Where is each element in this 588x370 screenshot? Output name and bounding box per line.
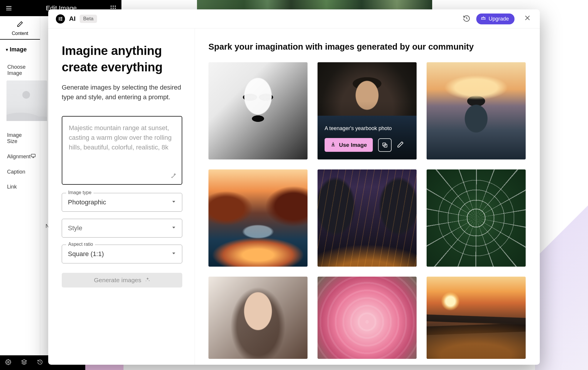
image-type-select[interactable]: Image type Photographic bbox=[62, 193, 182, 212]
gallery-tile[interactable] bbox=[318, 277, 417, 359]
image-type-label: Image type bbox=[66, 190, 93, 195]
gallery-tile[interactable] bbox=[427, 169, 526, 267]
gallery: Spark your imagination with images gener… bbox=[195, 28, 540, 365]
svg-point-2 bbox=[115, 6, 116, 7]
tile-image bbox=[427, 169, 526, 267]
image-placeholder[interactable] bbox=[6, 80, 47, 121]
svg-point-3 bbox=[111, 8, 112, 9]
edit-button[interactable] bbox=[397, 141, 404, 149]
modal-header: AI Beta Upgrade bbox=[48, 9, 540, 28]
gallery-grid: A teenager's yearbook photo Use Image bbox=[208, 62, 526, 359]
ai-label: AI bbox=[69, 15, 76, 23]
style-select[interactable]: Style bbox=[62, 219, 182, 238]
alignment-label: Alignment bbox=[7, 154, 31, 160]
use-image-button[interactable]: Use Image bbox=[325, 138, 373, 152]
chevron-down-icon bbox=[171, 225, 176, 231]
pencil-icon bbox=[17, 21, 23, 29]
aspect-label: Aspect ratio bbox=[66, 242, 95, 247]
svg-rect-9 bbox=[31, 154, 35, 157]
svg-point-4 bbox=[113, 8, 114, 9]
settings-icon[interactable] bbox=[5, 359, 11, 366]
history-footer-icon[interactable] bbox=[37, 359, 43, 366]
svg-point-10 bbox=[8, 361, 9, 363]
prompt-box bbox=[62, 116, 182, 185]
field-alignment[interactable]: Alignment bbox=[0, 144, 40, 160]
svg-point-0 bbox=[111, 6, 112, 7]
ai-sidebar: Imagine anything create everything Gener… bbox=[48, 28, 195, 365]
generate-label: Generate images bbox=[94, 277, 141, 284]
tile-image bbox=[427, 62, 526, 159]
chevron-down-icon bbox=[171, 251, 176, 257]
field-image-size[interactable]: Image Size bbox=[0, 123, 40, 144]
link-label: Link bbox=[7, 184, 17, 190]
gallery-heading: Spark your imagination with images gener… bbox=[208, 42, 526, 52]
enhance-prompt-button[interactable] bbox=[170, 172, 178, 181]
tab-content-label: Content bbox=[12, 31, 28, 36]
svg-marker-19 bbox=[172, 201, 175, 203]
tile-image bbox=[318, 169, 417, 267]
svg-rect-18 bbox=[60, 20, 62, 21]
editor-left-panel: Content ▾ Image Choose Image Image Size … bbox=[0, 16, 40, 355]
choose-image-label: Choose Image bbox=[0, 64, 40, 76]
copy-button[interactable] bbox=[378, 138, 392, 152]
sparkle-icon bbox=[145, 277, 150, 284]
tab-content[interactable]: Content bbox=[0, 16, 40, 40]
ai-modal: AI Beta Upgrade Imagine anything create … bbox=[48, 9, 540, 365]
svg-rect-17 bbox=[60, 18, 62, 19]
crown-icon bbox=[481, 16, 486, 22]
placeholder-sun-icon bbox=[22, 91, 30, 99]
gallery-tile[interactable] bbox=[208, 169, 308, 267]
layers-icon[interactable] bbox=[21, 359, 27, 366]
beta-badge: Beta bbox=[80, 15, 97, 23]
gallery-tile[interactable] bbox=[427, 62, 526, 159]
svg-point-5 bbox=[115, 8, 116, 9]
gallery-tile[interactable] bbox=[208, 277, 308, 359]
aspect-value: Square (1:1) bbox=[68, 250, 171, 258]
section-image-toggle[interactable]: ▾ Image bbox=[0, 40, 40, 57]
tile-image bbox=[427, 277, 526, 359]
tile-actions: Use Image bbox=[325, 138, 410, 152]
field-caption[interactable]: Caption bbox=[0, 160, 40, 175]
svg-marker-20 bbox=[172, 227, 175, 228]
tile-image bbox=[208, 62, 308, 159]
elementor-logo-icon bbox=[56, 14, 65, 23]
gallery-tile[interactable]: A teenager's yearbook photo Use Image bbox=[318, 62, 417, 159]
use-image-label: Use Image bbox=[339, 142, 367, 148]
svg-marker-21 bbox=[172, 253, 175, 254]
upgrade-label: Upgrade bbox=[489, 16, 509, 22]
gallery-tile[interactable] bbox=[318, 169, 417, 267]
svg-point-1 bbox=[113, 6, 114, 7]
ai-title: Imagine anything create everything bbox=[62, 43, 181, 75]
hero-image-strip bbox=[197, 0, 432, 9]
svg-rect-16 bbox=[60, 17, 62, 18]
upgrade-button[interactable]: Upgrade bbox=[476, 14, 514, 24]
placeholder-hills-icon bbox=[6, 100, 47, 121]
generate-button[interactable]: Generate images bbox=[62, 273, 182, 287]
svg-rect-15 bbox=[59, 17, 60, 21]
tile-image bbox=[208, 277, 308, 359]
close-button[interactable] bbox=[519, 13, 532, 25]
responsive-icon[interactable] bbox=[31, 153, 36, 160]
caret-down-icon: ▾ bbox=[6, 47, 8, 52]
ai-subtitle: Generate images by selecting the desired… bbox=[62, 83, 181, 102]
gallery-tile[interactable] bbox=[208, 62, 308, 159]
style-value: Style bbox=[68, 224, 171, 232]
image-size-label: Image Size bbox=[7, 132, 33, 144]
tile-caption: A teenager's yearbook photo bbox=[325, 125, 410, 132]
image-type-value: Photographic bbox=[68, 199, 171, 206]
gallery-tile[interactable] bbox=[427, 277, 526, 359]
chevron-down-icon bbox=[171, 199, 176, 205]
caption-label: Caption bbox=[7, 169, 25, 175]
tile-image bbox=[318, 277, 417, 359]
download-icon bbox=[330, 142, 336, 148]
field-link[interactable]: Link bbox=[0, 175, 40, 190]
prompt-input[interactable] bbox=[62, 117, 182, 183]
aspect-ratio-select[interactable]: Aspect ratio Square (1:1) bbox=[62, 245, 182, 263]
menu-icon[interactable] bbox=[5, 5, 12, 12]
svg-marker-11 bbox=[22, 360, 27, 362]
tile-image bbox=[208, 169, 308, 267]
tile-overlay: A teenager's yearbook photo Use Image bbox=[318, 62, 417, 159]
history-button[interactable] bbox=[461, 13, 472, 25]
section-image-label: Image bbox=[10, 46, 27, 53]
